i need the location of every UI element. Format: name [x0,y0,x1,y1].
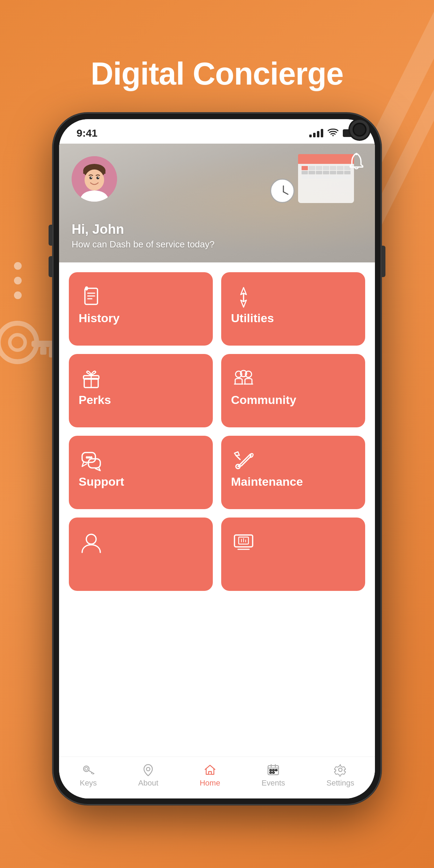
svg-point-37 [88,457,90,458]
person-icon [79,530,104,557]
menu-card-history[interactable]: $ History [69,272,213,346]
phone-screen: 9:41 [59,119,375,798]
menu-card-maintenance[interactable]: Maintenance [221,436,365,509]
svg-line-9 [283,192,288,194]
svg-point-13 [85,169,104,190]
maintenance-icon [231,448,256,475]
menu-card-support[interactable]: Support [69,436,213,509]
bottom-nav: Keys About Home [59,757,375,798]
nav-label-about: About [138,779,159,788]
utilities-icon [231,285,256,311]
svg-rect-61 [273,772,274,773]
svg-rect-35 [88,459,100,468]
menu-card-utilities[interactable]: Utilities [221,272,365,346]
status-time: 9:41 [77,127,97,139]
gear-icon [334,763,347,776]
svg-point-10 [355,153,357,155]
svg-point-0 [0,323,37,362]
history-label: History [79,311,120,325]
calendar-icon [267,763,280,776]
menu-card-tile7[interactable] [69,518,213,591]
bg-dots [14,262,22,299]
status-bar: 9:41 [59,119,375,144]
svg-rect-58 [273,769,274,771]
svg-point-62 [339,768,342,772]
hero-greeting: Hi, John [72,222,215,237]
svg-rect-60 [270,772,272,773]
svg-point-51 [146,767,150,771]
menu-card-tile8[interactable] [221,518,365,591]
svg-point-36 [86,457,88,458]
svg-point-38 [91,457,92,458]
menu-card-community[interactable]: Community [221,354,365,427]
front-camera [350,120,369,139]
signal-icon [309,129,323,137]
support-label: Support [79,475,124,489]
svg-point-4 [10,335,25,350]
svg-text:$: $ [86,287,88,290]
svg-point-47 [85,767,88,770]
monitor-icon [231,530,256,557]
perks-label: Perks [79,393,111,407]
nav-item-events[interactable]: Events [255,763,292,788]
nav-label-events: Events [262,779,285,788]
community-label: Community [231,393,296,407]
svg-point-16 [91,177,92,178]
nav-label-home: Home [200,779,220,788]
history-icon: $ [79,285,104,311]
wifi-icon [327,128,339,139]
avatar [72,156,117,202]
svg-rect-57 [270,769,272,771]
home-icon [203,763,217,776]
nav-item-about[interactable]: About [131,763,166,788]
nav-label-keys: Keys [80,779,97,788]
key-icon [82,763,95,776]
nav-item-home[interactable]: Home [193,763,227,788]
maintenance-label: Maintenance [231,475,303,489]
hero-subtitle: How can Dash be of service today? [72,239,215,250]
hero-calendar [298,154,354,203]
nav-label-settings: Settings [326,779,354,788]
svg-point-7 [332,135,334,136]
hero-clock [270,179,295,203]
svg-point-15 [96,176,99,179]
menu-card-perks[interactable]: Perks [69,354,213,427]
nav-item-keys[interactable]: Keys [73,763,104,788]
location-icon [142,763,155,776]
hero-banner: Hi, John How can Dash be of service toda… [59,144,375,262]
perks-icon [79,367,104,393]
svg-rect-3 [40,347,46,355]
phone-frame: 9:41 [53,113,381,805]
svg-point-14 [89,176,92,179]
svg-point-17 [98,177,99,178]
bg-key-decoration [0,314,59,384]
utilities-label: Utilities [231,311,274,325]
svg-point-46 [84,766,89,772]
bell-icon[interactable] [348,152,365,174]
hero-text: Hi, John How can Dash be of service toda… [72,222,215,250]
svg-rect-59 [275,769,277,771]
community-icon [231,367,256,393]
menu-grid: $ History [69,272,365,509]
support-icon [79,448,104,475]
svg-point-40 [86,534,96,544]
nav-item-settings[interactable]: Settings [319,763,361,788]
